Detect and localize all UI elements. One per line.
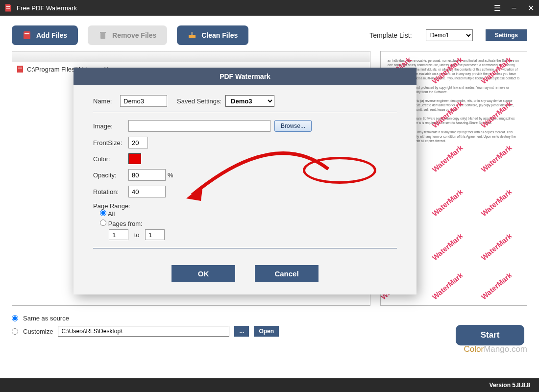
customize-radio[interactable] [12, 328, 18, 335]
dialog-title: PDF Watermark [74, 68, 416, 85]
name-label: Name: [93, 98, 120, 105]
opacity-unit: % [168, 172, 173, 179]
version-label: Version 5.8.8.8 [490, 382, 530, 389]
clean-files-label: Clean Files [201, 31, 238, 39]
add-files-icon [23, 31, 31, 40]
status-bar: Version 5.8.8.8 [0, 378, 539, 392]
page-from-input[interactable] [109, 229, 128, 240]
image-label: Image: [93, 122, 128, 130]
brand-text: ColorMango.com [0, 344, 539, 354]
color-swatch[interactable] [128, 153, 141, 164]
remove-files-label: Remove Files [112, 31, 156, 39]
browse-path-button[interactable]: ... [234, 326, 249, 337]
close-button[interactable]: ✕ [526, 3, 535, 12]
start-button[interactable]: Start [456, 325, 524, 345]
pdf-icon [16, 65, 24, 73]
browse-image-button[interactable]: Browse... [274, 120, 312, 132]
svg-rect-3 [100, 32, 106, 33]
customize-path-input[interactable] [58, 326, 229, 337]
opacity-label: Opacity: [93, 172, 128, 179]
rotation-label: Rotation: [93, 188, 128, 196]
saved-settings-select[interactable]: Demo3 [225, 95, 274, 107]
window-title: Free PDF Watermark [17, 4, 493, 12]
settings-button[interactable]: Settings [486, 29, 527, 41]
range-all-label: All [108, 210, 115, 218]
svg-rect-4 [189, 35, 196, 38]
rotation-input[interactable] [128, 186, 166, 197]
cancel-button[interactable]: Cancel [255, 265, 318, 282]
page-range-label: Page Range: [93, 202, 397, 210]
color-label: Color: [93, 155, 128, 163]
frontsize-input[interactable] [128, 137, 148, 148]
broom-icon [188, 31, 196, 40]
frontsize-label: FrontSize: [93, 139, 128, 147]
opacity-input[interactable] [128, 169, 166, 181]
range-pages-radio[interactable] [100, 220, 106, 226]
same-as-source-radio[interactable] [12, 315, 18, 321]
customize-label: Customize [23, 328, 53, 335]
titlebar: Free PDF Watermark ☰ – ✕ [0, 0, 539, 16]
same-as-source-label: Same as source [23, 315, 69, 322]
add-files-button[interactable]: Add Files [12, 25, 78, 45]
to-label: to [134, 231, 140, 239]
open-path-button[interactable]: Open [254, 326, 279, 337]
range-pages-label: Pages from: [108, 220, 143, 227]
ok-button[interactable]: OK [172, 265, 235, 282]
watermark-settings-dialog: PDF Watermark Name: Saved Settings: Demo… [74, 68, 416, 294]
file-list-header [12, 51, 370, 62]
image-path-input[interactable] [128, 120, 270, 132]
trash-icon [98, 31, 107, 40]
menu-icon[interactable]: ☰ [493, 3, 502, 12]
svg-rect-1 [24, 33, 29, 34]
svg-rect-6 [17, 66, 23, 73]
saved-settings-label: Saved Settings: [177, 98, 221, 105]
name-input[interactable] [120, 95, 167, 107]
template-list-select[interactable]: Demo1 [426, 29, 473, 41]
template-list-label: Template List: [369, 31, 412, 39]
svg-rect-2 [100, 33, 105, 39]
svg-rect-5 [191, 32, 193, 35]
page-to-input[interactable] [145, 229, 165, 240]
toolbar: Add Files Remove Files Clean Files Templ… [0, 16, 539, 51]
svg-rect-7 [18, 68, 22, 69]
add-files-label: Add Files [36, 31, 67, 39]
app-logo-icon [4, 3, 13, 12]
clean-files-button[interactable]: Clean Files [177, 25, 248, 45]
range-all-radio[interactable] [100, 210, 106, 216]
minimize-button[interactable]: – [510, 3, 518, 12]
remove-files-button[interactable]: Remove Files [88, 25, 167, 45]
svg-rect-0 [24, 31, 30, 39]
